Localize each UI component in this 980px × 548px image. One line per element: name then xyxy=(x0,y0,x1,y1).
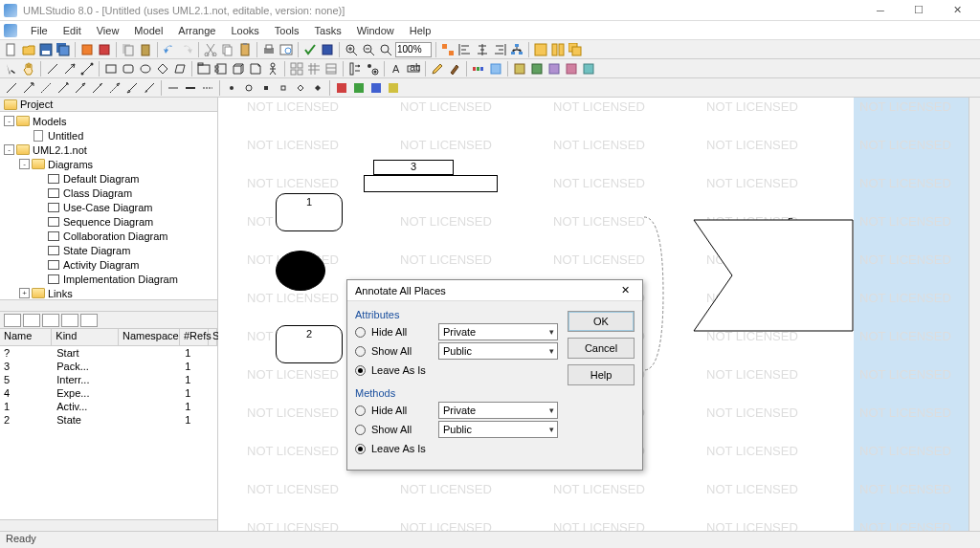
link8-icon[interactable] xyxy=(124,80,140,96)
grid1-icon[interactable] xyxy=(289,61,304,77)
seq-icon[interactable] xyxy=(347,61,363,77)
saveall-icon[interactable] xyxy=(56,42,71,57)
menu-view[interactable]: View xyxy=(89,23,127,38)
window2-icon[interactable] xyxy=(550,42,566,57)
table-row[interactable]: 4Expe...1 xyxy=(0,386,217,400)
end5-icon[interactable] xyxy=(293,80,308,96)
delete-icon[interactable] xyxy=(97,42,112,57)
link5-icon[interactable] xyxy=(73,80,88,96)
paste2-icon[interactable] xyxy=(237,42,253,57)
attr-hideall-combo[interactable]: Private xyxy=(438,323,558,340)
end2-icon[interactable] xyxy=(241,80,256,96)
model4-icon[interactable] xyxy=(581,61,596,77)
color4-icon[interactable] xyxy=(386,80,401,96)
copy2-icon[interactable] xyxy=(220,42,235,57)
grid-header-cell[interactable]: Name xyxy=(0,329,52,345)
grid3-icon[interactable] xyxy=(323,61,339,77)
cut-icon[interactable] xyxy=(203,42,218,57)
tree-toggle[interactable]: - xyxy=(4,144,14,155)
attr-hideall-radio[interactable] xyxy=(355,327,366,338)
maximize-button[interactable]: ☐ xyxy=(900,1,938,20)
color2-icon[interactable] xyxy=(351,80,367,96)
rect-icon[interactable] xyxy=(103,61,119,77)
window1-icon[interactable] xyxy=(533,42,548,57)
paste-icon[interactable] xyxy=(138,42,153,57)
minimize-button[interactable]: ─ xyxy=(861,1,900,20)
grid-hscroll[interactable] xyxy=(0,519,217,531)
tree-item[interactable]: Class Diagram xyxy=(0,186,217,200)
table-row[interactable]: ?Start1 xyxy=(0,346,217,360)
align-left-icon[interactable] xyxy=(457,42,473,57)
hand-icon[interactable] xyxy=(21,61,36,77)
end6-icon[interactable] xyxy=(310,80,325,96)
package-icon[interactable] xyxy=(196,61,212,77)
tree-item[interactable]: Untitled xyxy=(0,128,217,142)
style3-icon[interactable] xyxy=(200,80,215,96)
meth-showall-radio[interactable] xyxy=(355,425,366,435)
ok-button[interactable]: OK xyxy=(568,311,635,332)
menu-arrange[interactable]: Arrange xyxy=(170,23,223,38)
align-center-icon[interactable] xyxy=(475,42,490,57)
tree-layout-icon[interactable] xyxy=(509,42,524,57)
grid-header-cell[interactable]: Sul xyxy=(209,329,217,345)
grid-header-cell[interactable]: #Refs xyxy=(180,329,209,345)
tree-item[interactable]: Collaboration Diagram xyxy=(0,229,217,243)
menu-file[interactable]: File xyxy=(23,23,56,38)
label-icon[interactable]: ab xyxy=(406,61,421,77)
pointer-icon[interactable] xyxy=(4,61,19,77)
node-icon[interactable] xyxy=(231,61,246,77)
meth-hideall-radio[interactable] xyxy=(355,406,366,416)
state-icon[interactable] xyxy=(365,61,380,77)
shape-ellipse[interactable] xyxy=(276,251,325,291)
shape-3[interactable]: 3 xyxy=(373,160,454,175)
zoom-in-icon[interactable] xyxy=(344,42,359,57)
tree-hscroll[interactable] xyxy=(0,299,217,311)
attr-showall-combo[interactable]: Public xyxy=(438,342,558,360)
tree-item[interactable]: Sequence Diagram xyxy=(0,214,217,229)
end3-icon[interactable] xyxy=(258,80,274,96)
diamond-icon[interactable] xyxy=(155,61,170,77)
close-button[interactable]: ✕ xyxy=(938,1,976,20)
menu-help[interactable]: Help xyxy=(402,23,439,38)
palette-icon[interactable] xyxy=(471,61,486,77)
menu-window[interactable]: Window xyxy=(349,23,402,38)
link7-icon[interactable] xyxy=(107,80,122,96)
grid-tab-3[interactable] xyxy=(42,314,59,327)
table-row[interactable]: 3Pack...1 xyxy=(0,360,217,373)
menu-model[interactable]: Model xyxy=(126,23,170,38)
grid-tab-4[interactable] xyxy=(61,314,78,327)
meth-hideall-combo[interactable]: Private xyxy=(438,402,558,419)
shape-1[interactable]: 1 xyxy=(276,193,343,231)
ellipse-icon[interactable] xyxy=(138,61,153,77)
attr-showall-radio[interactable] xyxy=(355,346,366,357)
grid-header-cell[interactable]: Kind xyxy=(52,329,119,345)
tree-item[interactable]: +Links xyxy=(0,286,217,299)
print-icon[interactable] xyxy=(261,42,277,57)
tree-item[interactable]: State Diagram xyxy=(0,243,217,257)
text-icon[interactable]: A xyxy=(389,61,404,77)
canvas-vscroll[interactable] xyxy=(969,98,980,531)
component-icon[interactable] xyxy=(213,61,229,77)
model3-icon[interactable] xyxy=(564,61,579,77)
window3-icon[interactable] xyxy=(568,42,583,57)
color3-icon[interactable] xyxy=(368,80,384,96)
grid-tab-1[interactable] xyxy=(4,314,21,327)
cancel-button[interactable]: Cancel xyxy=(568,338,635,359)
grid-header-cell[interactable]: Namespace xyxy=(119,329,180,345)
tree-item[interactable]: -Diagrams xyxy=(0,157,217,171)
dialog-close-button[interactable]: ✕ xyxy=(615,282,635,299)
table-row[interactable]: 5Interr...1 xyxy=(0,373,217,386)
tree-toggle[interactable]: + xyxy=(19,288,30,298)
link2-icon[interactable] xyxy=(21,80,36,96)
open-icon[interactable] xyxy=(21,42,36,57)
save-icon[interactable] xyxy=(38,42,54,57)
new-icon[interactable] xyxy=(4,42,19,57)
table-row[interactable]: 2State1 xyxy=(0,413,217,427)
preview-icon[interactable] xyxy=(278,42,294,57)
project-tree[interactable]: -ModelsUntitled-UML2.1.not-DiagramsDefau… xyxy=(0,112,217,299)
tree-toggle[interactable]: - xyxy=(4,116,14,126)
pen-icon[interactable] xyxy=(430,61,445,77)
copy-icon[interactable] xyxy=(121,42,136,57)
color1-icon[interactable] xyxy=(334,80,349,96)
note-icon[interactable] xyxy=(248,61,263,77)
